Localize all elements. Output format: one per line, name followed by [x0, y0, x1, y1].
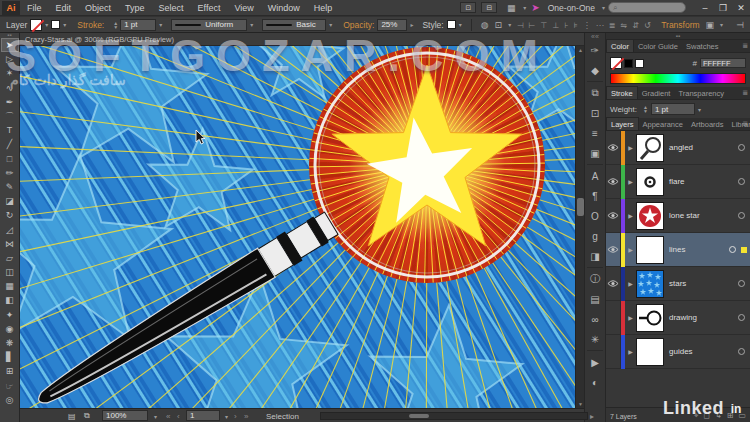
chevron-down-icon[interactable]: ▾: [698, 106, 701, 113]
document-layout-icon[interactable]: ⊟: [481, 2, 497, 13]
document-tab[interactable]: Crazy-Stars.ai @ 300% (RGB/GPU Preview): [20, 33, 584, 46]
screen-mode-icon[interactable]: ▤: [68, 409, 76, 422]
transform-icon[interactable]: ⊡: [585, 103, 605, 123]
search-input[interactable]: ⌕: [608, 2, 686, 13]
magic-wand-tool[interactable]: ✶: [1, 66, 19, 80]
layer-row-stars[interactable]: ▶stars: [606, 267, 750, 301]
color-spectrum-bar[interactable]: [610, 73, 746, 84]
restore-button[interactable]: ❐: [714, 3, 732, 13]
visibility-toggle[interactable]: [606, 233, 621, 267]
layer-row-flare[interactable]: ▶flare: [606, 165, 750, 199]
tab-appearance[interactable]: Appearance: [639, 118, 687, 130]
appearance-icon[interactable]: ✳: [585, 329, 605, 349]
expand-layer-icon[interactable]: ▶: [625, 178, 636, 185]
paragraph-icon[interactable]: ¶: [585, 186, 605, 206]
layer-thumbnail[interactable]: [636, 304, 664, 332]
transform-flip-icon-0[interactable]: ⇋: [621, 21, 628, 30]
graphic-styles-icon[interactable]: ◨: [585, 246, 605, 266]
curvature-tool[interactable]: ⌒: [1, 109, 19, 123]
share-icon[interactable]: ➤: [531, 2, 539, 13]
new-sublayer-icon[interactable]: ↳: [715, 411, 722, 421]
shape-builder-tool[interactable]: ◫: [1, 265, 19, 279]
next-artboard-button[interactable]: ›: [234, 409, 237, 422]
expand-layer-icon[interactable]: ▶: [625, 348, 636, 355]
target-circle-icon[interactable]: [738, 314, 745, 321]
menu-view[interactable]: View: [227, 0, 260, 16]
layer-row-guides[interactable]: ▶guides: [606, 335, 750, 369]
menu-effect[interactable]: Effect: [191, 0, 228, 16]
rotate-tool[interactable]: ↻: [1, 208, 19, 222]
navigator-icon[interactable]: ◐: [585, 372, 605, 392]
artboard-menu-icon[interactable]: ▾: [225, 409, 228, 422]
workspace-switcher-icon[interactable]: ▦: [502, 3, 520, 13]
target-circle-icon[interactable]: [738, 280, 745, 287]
chevron-right-icon[interactable]: ▸: [410, 21, 413, 28]
chevron-down-icon[interactable]: ▾: [45, 21, 48, 28]
eraser-tool[interactable]: ◪: [1, 194, 19, 208]
fill-proxy-swatch[interactable]: [610, 57, 622, 69]
distribute-icon-0[interactable]: ⋮: [583, 21, 591, 30]
tab-transparency[interactable]: Transparency: [674, 87, 728, 99]
links-icon[interactable]: ∞: [585, 309, 605, 329]
fill-swatch[interactable]: [30, 19, 42, 31]
paintbrush-tool[interactable]: ✏: [1, 166, 19, 180]
arrange-document-icon[interactable]: ⧉: [84, 409, 90, 422]
layer-thumbnail[interactable]: [636, 270, 664, 298]
opacity-field[interactable]: 25%: [377, 19, 407, 31]
align-icon-3[interactable]: ⊥: [553, 21, 560, 30]
first-artboard-button[interactable]: «: [166, 409, 170, 422]
layer-thumbnail[interactable]: [636, 168, 664, 196]
document-info-icon[interactable]: ▤: [585, 289, 605, 309]
pen-tool[interactable]: ✒: [1, 95, 19, 109]
visibility-toggle[interactable]: [606, 301, 621, 335]
tab-gradient[interactable]: Gradient: [638, 87, 675, 99]
align-icon-1[interactable]: ⊢: [529, 21, 536, 30]
layer-name[interactable]: guides: [669, 347, 693, 356]
vertical-scrollbar[interactable]: ▲ ▼: [575, 46, 584, 408]
bounding-box-icon[interactable]: ⊡: [495, 20, 503, 30]
artboard-tool[interactable]: ⊞: [1, 364, 19, 378]
menu-object[interactable]: Object: [78, 0, 118, 16]
menu-window[interactable]: Window: [261, 0, 307, 16]
gradient-tool[interactable]: ◧: [1, 293, 19, 307]
stroke-panel-menu-icon[interactable]: ≣: [742, 89, 748, 97]
expand-layer-icon[interactable]: ▶: [625, 246, 636, 253]
mesh-tool[interactable]: ▦: [1, 279, 19, 293]
chevron-down-icon[interactable]: ▾: [250, 21, 253, 28]
layer-thumbnail[interactable]: [636, 134, 664, 162]
horizontal-scroll-thumb[interactable]: [409, 414, 429, 418]
stroke-weight-field[interactable]: 1 pt: [120, 19, 156, 31]
expand-layer-icon[interactable]: ▶: [625, 212, 636, 219]
brushes-icon[interactable]: ✑: [585, 40, 605, 60]
layer-name[interactable]: stars: [669, 279, 686, 288]
color-panel-menu-icon[interactable]: ≣: [742, 42, 748, 50]
symbols-icon[interactable]: ◆: [585, 60, 605, 80]
target-circle-icon[interactable]: [738, 212, 745, 219]
locate-object-icon[interactable]: ⌖: [694, 411, 699, 421]
opentype-icon[interactable]: O: [585, 206, 605, 226]
opacity-panel-link[interactable]: Opacity:: [343, 20, 374, 30]
target-circle-icon[interactable]: [738, 178, 745, 185]
menu-file[interactable]: File: [20, 0, 49, 16]
arrange-documents-icon[interactable]: ⊡: [460, 2, 476, 13]
minimize-button[interactable]: –: [696, 3, 714, 13]
layer-row-lines[interactable]: ▶lines: [606, 233, 750, 267]
selection-tool[interactable]: ➤: [1, 38, 19, 52]
direct-selection-tool[interactable]: ▷: [1, 52, 19, 66]
free-transform-tool[interactable]: ▱: [1, 251, 19, 265]
zoom-menu-icon[interactable]: ▾: [154, 409, 157, 422]
stroke-panel-link[interactable]: Stroke:: [77, 20, 104, 30]
workspace-selector[interactable]: One-on-One: [548, 3, 595, 13]
align-icon-5[interactable]: ⊧: [574, 21, 578, 30]
previous-artboard-button[interactable]: ‹: [177, 409, 180, 422]
visibility-toggle[interactable]: [606, 335, 621, 369]
chevron-down-icon[interactable]: ▾: [508, 21, 511, 28]
symbol-sprayer-tool[interactable]: ❋: [1, 336, 19, 350]
chevron-down-icon[interactable]: ▾: [459, 21, 462, 28]
transform-flip-icon-1[interactable]: ⇵: [632, 21, 639, 30]
white-swatch[interactable]: [635, 59, 644, 68]
weight-stepper[interactable]: ▲▼: [643, 105, 648, 113]
hex-value-field[interactable]: FFFFFF: [700, 58, 746, 68]
layer-name[interactable]: lines: [669, 245, 685, 254]
tab-stroke[interactable]: Stroke: [606, 86, 638, 99]
